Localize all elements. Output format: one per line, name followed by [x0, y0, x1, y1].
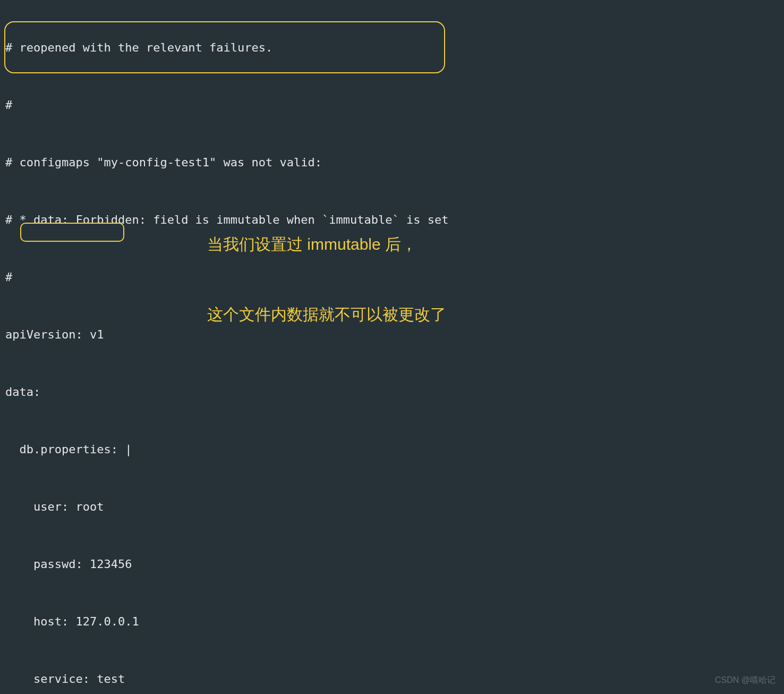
code-line: # configmaps "my-config-test1" was not v… [5, 153, 784, 172]
code-line: host: 127.0.0.1 [5, 612, 784, 631]
code-line: # [5, 268, 784, 287]
code-line: # * data: Forbidden: field is immutable … [5, 210, 784, 230]
annotation-line-2: 这个文件内数据就不可以被更改了 [207, 303, 446, 326]
code-line: service: test [5, 670, 784, 689]
terminal-editor[interactable]: # reopened with the relevant failures. #… [0, 0, 784, 694]
code-line: passwd: 123456 [5, 555, 784, 574]
code-line: user: root [5, 497, 784, 517]
code-line: # [5, 96, 784, 115]
code-line: data: [5, 383, 784, 402]
code-line: # reopened with the relevant failures. [5, 38, 784, 57]
annotation-line-1: 当我们设置过 immutable 后， [207, 233, 446, 256]
code-line: apiVersion: v1 [5, 325, 784, 344]
code-line: db.properties: | [5, 440, 784, 459]
